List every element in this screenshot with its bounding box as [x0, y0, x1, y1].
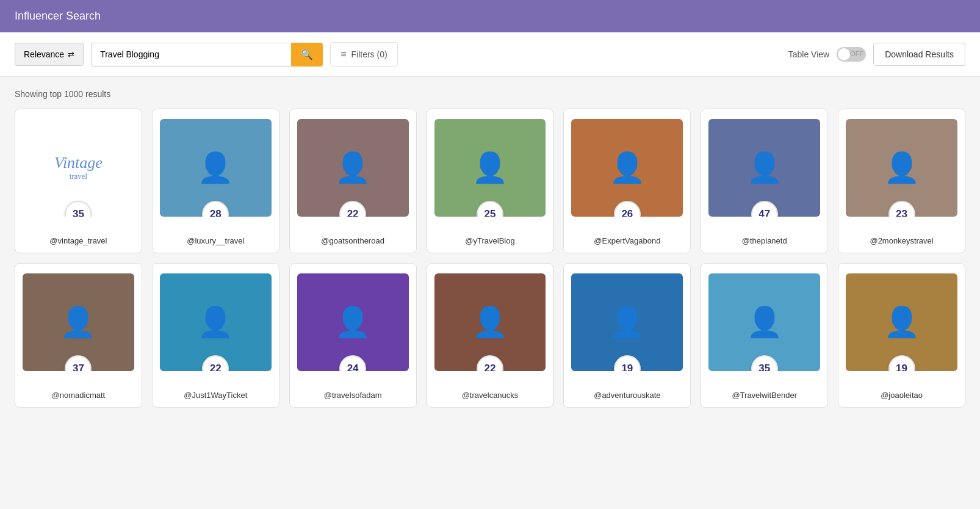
- card-username: @nomadicmatt: [52, 391, 106, 400]
- influencer-card[interactable]: 👤35@TravelwitBender: [701, 263, 828, 408]
- toggle-state-label: OFF: [850, 50, 863, 57]
- influencer-card[interactable]: 👤28@luxury__travel: [152, 109, 279, 253]
- app-header: Influencer Search: [0, 0, 980, 32]
- card-image-container: 👤23: [846, 119, 957, 217]
- influencer-card[interactable]: Vintagetravel35@vintage_travel: [15, 109, 142, 253]
- table-view-label: Table View: [788, 49, 829, 59]
- cards-grid-row1: Vintagetravel35@vintage_travel👤28@luxury…: [15, 109, 965, 253]
- card-username: @luxury__travel: [187, 236, 244, 245]
- main-content: Showing top 1000 results Vintagetravel35…: [0, 77, 980, 420]
- filters-button[interactable]: ≡ Filters (0): [330, 42, 397, 67]
- card-image-container: 👤37: [23, 273, 134, 371]
- card-image-container: 👤22: [434, 273, 546, 371]
- card-username: @yTravelBlog: [465, 236, 514, 245]
- filter-icon: ≡: [340, 49, 346, 60]
- influencer-card[interactable]: 👤47@theplanetd: [701, 109, 828, 253]
- card-image-container: 👤26: [571, 119, 683, 217]
- card-username: @adventurouskate: [594, 391, 660, 400]
- card-image-container: 👤28: [160, 119, 272, 217]
- card-username: @goatsontheroad: [321, 236, 384, 245]
- toggle-knob: [838, 48, 850, 60]
- card-image-container: 👤22: [160, 273, 272, 371]
- influencer-card[interactable]: 👤37@nomadicmatt: [15, 263, 142, 408]
- card-username: @vintage_travel: [49, 236, 107, 245]
- card-image-container: 👤24: [297, 273, 409, 371]
- influencer-card[interactable]: 👤22@travelcanucks: [427, 263, 554, 408]
- card-username: @theplanetd: [742, 236, 787, 245]
- sort-icon: ⇄: [68, 50, 74, 59]
- cards-grid-row2: 👤37@nomadicmatt👤22@Just1WayTicket👤24@tra…: [15, 263, 965, 408]
- card-image-container: 👤22: [297, 119, 409, 217]
- search-input[interactable]: [91, 43, 291, 67]
- influencer-card[interactable]: 👤25@yTravelBlog: [427, 109, 554, 253]
- filters-label: Filters (0): [351, 49, 387, 59]
- download-results-button[interactable]: Download Results: [873, 43, 965, 66]
- search-icon: 🔍: [301, 49, 313, 60]
- influencer-card[interactable]: 👤19@joaoleitao: [838, 263, 965, 408]
- search-button[interactable]: 🔍: [291, 43, 323, 67]
- card-username: @travelsofadam: [324, 391, 382, 400]
- search-container: 🔍: [91, 43, 323, 67]
- card-image-container: Vintagetravel35: [23, 119, 134, 217]
- influencer-card[interactable]: 👤23@2monkeystravel: [838, 109, 965, 253]
- card-image-container: 👤25: [434, 119, 546, 217]
- influencer-card[interactable]: 👤26@ExpertVagabond: [563, 109, 691, 253]
- card-username: @ExpertVagabond: [594, 236, 660, 245]
- toolbar: Relevance ⇄ 🔍 ≡ Filters (0) Table View O…: [0, 32, 980, 77]
- card-username: @Just1WayTicket: [184, 391, 247, 400]
- table-view-toggle[interactable]: OFF: [837, 47, 866, 62]
- toggle-switch[interactable]: OFF: [837, 47, 866, 62]
- influencer-card[interactable]: 👤22@goatsontheroad: [289, 109, 417, 253]
- app-title: Influencer Search: [15, 10, 101, 22]
- results-info: Showing top 1000 results: [15, 89, 965, 99]
- influencer-card[interactable]: 👤22@Just1WayTicket: [152, 263, 279, 408]
- card-username: @TravelwitBender: [732, 391, 797, 400]
- relevance-button[interactable]: Relevance ⇄: [15, 43, 84, 66]
- relevance-label: Relevance: [24, 49, 64, 59]
- influencer-card[interactable]: 👤24@travelsofadam: [289, 263, 417, 408]
- influencer-card[interactable]: 👤19@adventurouskate: [563, 263, 691, 408]
- card-image-container: 👤35: [708, 273, 820, 371]
- card-image-container: 👤47: [708, 119, 820, 217]
- card-username: @travelcanucks: [462, 391, 519, 400]
- download-label: Download Results: [885, 49, 954, 59]
- card-username: @2monkeystravel: [870, 236, 933, 245]
- card-username: @joaoleitao: [881, 391, 923, 400]
- card-image-container: 👤19: [571, 273, 683, 371]
- card-image-container: 👤19: [846, 273, 957, 371]
